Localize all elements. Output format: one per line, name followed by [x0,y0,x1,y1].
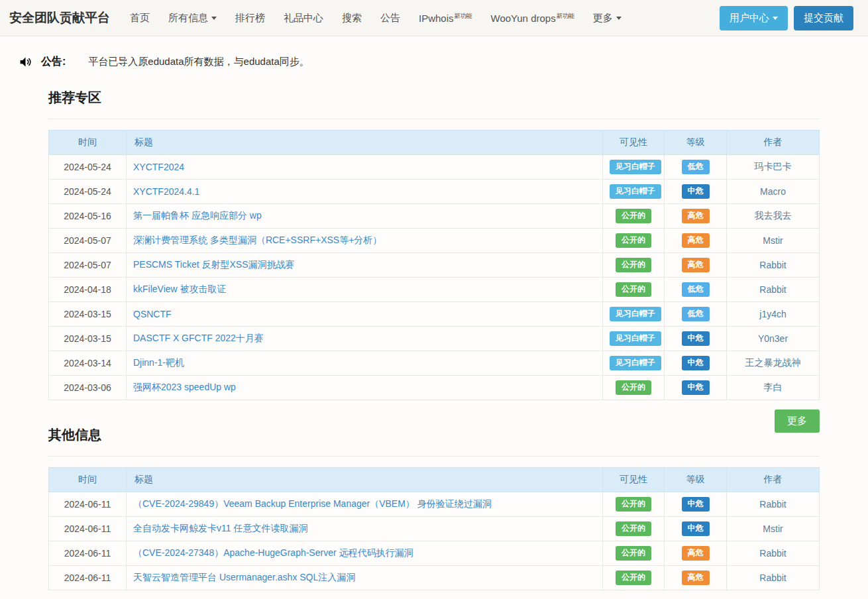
cell-level: 中危 [665,517,727,541]
navbar-inner: 安全团队贡献平台 首页所有信息排行榜礼品中心搜索公告IPwhois新功能WooY… [0,0,868,36]
level-badge: 中危 [682,521,710,536]
more-button[interactable]: 更多 [775,409,820,433]
cell-date: 2024-03-15 [49,327,127,351]
cell-author: j1y4ch [727,302,820,327]
row-title-link[interactable]: XYCTF2024.4.1 [133,186,199,197]
visibility-badge: 见习白帽子 [610,307,661,321]
cell-date: 2024-05-16 [49,204,127,229]
cell-level: 低危 [665,302,727,327]
cell-level: 中危 [665,376,727,400]
cell-author: Mstir [727,517,820,541]
info-table: 时间标题可见性等级作者2024-06-11（CVE-2024-29849）Vee… [48,467,820,590]
cell-title: （CVE-2024-29849）Veeam Backup Enterprise … [127,492,603,517]
row-title-link[interactable]: 天智云智造管理平台 Usermanager.ashx SQL注入漏洞 [133,572,355,582]
nav-item-ipwhois[interactable]: IPwhois新功能 [409,12,482,24]
cell-title: XYCTF2024.4.1 [127,180,603,204]
cell-visibility: 见习白帽子 [603,180,665,204]
cell-author: Rabbit [727,566,820,590]
level-badge: 高危 [682,209,710,223]
nav-item-all-info[interactable]: 所有信息 [159,12,226,25]
cell-author: Macro [727,180,820,204]
row-title-link[interactable]: 强网杯2023 speedUp wp [133,382,236,392]
visibility-badge: 公开的 [616,497,651,512]
visibility-badge: 见习白帽子 [610,331,661,346]
cell-visibility: 公开的 [603,229,665,253]
row-title-link[interactable]: DASCTF X GFCTF 2022十月赛 [133,333,264,343]
nav-buttons: 用户中心 提交贡献 [720,6,853,30]
cell-visibility: 见习白帽子 [603,351,665,376]
cell-author: Y0n3er [727,327,820,351]
cell-title: 第一届帕鲁杯 应急响应部分 wp [127,204,603,229]
table-header-row: 时间标题可见性等级作者 [49,131,820,155]
cell-date: 2024-06-11 [49,566,127,590]
level-badge: 低危 [682,307,710,321]
nav-item-home[interactable]: 首页 [121,12,159,25]
cell-level: 中危 [665,351,727,376]
level-badge: 中危 [682,356,710,370]
visibility-badge: 公开的 [616,571,651,585]
nav-item-label: 礼品中心 [284,12,323,23]
cell-title: PESCMS Ticket 反射型XSS漏洞挑战赛 [127,253,603,278]
nav-item-label: 搜索 [342,12,362,23]
chevron-down-icon [773,17,778,20]
submit-contribution-button[interactable]: 提交贡献 [794,6,853,30]
divider [48,119,820,119]
row-title-link[interactable]: （CVE-2024-27348）Apache-HugeGraph-Server … [133,547,413,558]
cell-author: 我去我去 [727,204,820,229]
row-title-link[interactable]: 全自动发卡网鲸发卡v11 任意文件读取漏洞 [133,523,307,533]
cell-date: 2024-05-24 [49,180,127,204]
column-header-3: 等级 [665,468,727,492]
visibility-badge: 公开的 [616,258,651,272]
cell-date: 2024-06-11 [49,541,127,566]
table-row: 2024-05-16第一届帕鲁杯 应急响应部分 wp公开的高危我去我去 [49,204,820,229]
column-header-4: 作者 [727,131,820,155]
row-title-link[interactable]: QSNCTF [133,309,172,319]
nav-item-ranking[interactable]: 排行榜 [226,12,274,25]
row-title-link[interactable]: XYCTF2024 [133,162,184,172]
cell-visibility: 公开的 [603,566,665,590]
column-header-0: 时间 [49,468,127,492]
nav-item-label: 公告 [380,12,400,23]
table-row: 2024-03-06强网杯2023 speedUp wp公开的中危李白 [49,376,820,400]
cell-title: DASCTF X GFCTF 2022十月赛 [127,327,603,351]
table-row: 2024-05-07PESCMS Ticket 反射型XSS漏洞挑战赛公开的高危… [49,253,820,278]
row-title-link[interactable]: 深澜计费管理系统 多类型漏洞（RCE+SSRF+XSS等+分析） [133,235,382,245]
cell-level: 高危 [665,204,727,229]
level-badge: 中危 [682,331,710,346]
visibility-badge: 见习白帽子 [610,160,661,174]
table-row: 2024-03-15DASCTF X GFCTF 2022十月赛见习白帽子中危Y… [49,327,820,351]
nav-item-gift-center[interactable]: 礼品中心 [274,12,333,25]
nav-item-label: 更多 [593,12,613,23]
nav-item-announcement[interactable]: 公告 [371,12,409,25]
visibility-badge: 公开的 [616,546,651,561]
visibility-badge: 见习白帽子 [610,184,661,199]
row-title-link[interactable]: Djinn-1-靶机 [133,357,184,368]
row-title-link[interactable]: 第一届帕鲁杯 应急响应部分 wp [133,210,262,221]
cell-level: 低危 [665,155,727,180]
user-center-button[interactable]: 用户中心 [720,6,788,30]
row-title-link[interactable]: （CVE-2024-29849）Veeam Backup Enterprise … [133,498,492,509]
table-row: 2024-06-11天智云智造管理平台 Usermanager.ashx SQL… [49,566,820,590]
nav-item-more[interactable]: 更多 [584,12,631,25]
cell-visibility: 公开的 [603,541,665,566]
section-title: 其他信息 [48,426,820,444]
table-row: 2024-04-18kkFileView 被攻击取证公开的低危Rabbit [49,278,820,302]
cell-date: 2024-03-14 [49,351,127,376]
cell-author: Mstir [727,229,820,253]
cell-title: 深澜计费管理系统 多类型漏洞（RCE+SSRF+XSS等+分析） [127,229,603,253]
level-badge: 低危 [682,282,710,297]
cell-date: 2024-05-07 [49,229,127,253]
nav-item-search[interactable]: 搜索 [333,12,371,25]
section-recommended: 推荐专区时间标题可见性等级作者2024-05-24XYCTF2024见习白帽子低… [48,89,820,433]
row-title-link[interactable]: PESCMS Ticket 反射型XSS漏洞挑战赛 [133,259,294,270]
brand-title[interactable]: 安全团队贡献平台 [9,9,110,27]
cell-level: 低危 [665,278,727,302]
main-content: 推荐专区时间标题可见性等级作者2024-05-24XYCTF2024见习白帽子低… [48,89,820,590]
level-badge: 低危 [682,160,710,174]
nav-item-wooyun-drops[interactable]: WooYun drops新功能 [482,12,584,24]
column-header-2: 可见性 [603,131,665,155]
cell-level: 高危 [665,253,727,278]
nav-item-label: WooYun drops [491,13,556,24]
row-title-link[interactable]: kkFileView 被攻击取证 [133,284,227,294]
cell-level: 高危 [665,541,727,566]
